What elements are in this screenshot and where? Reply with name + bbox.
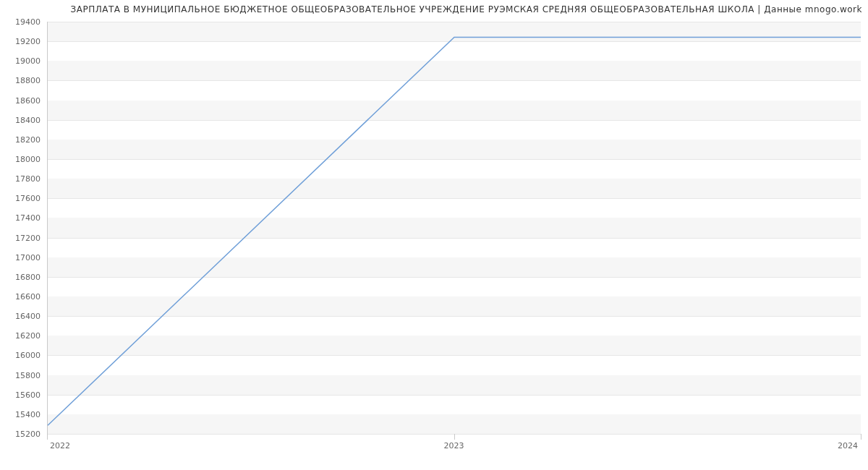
y-tick-label: 18400 xyxy=(15,115,41,124)
y-tick-label: 18200 xyxy=(15,134,41,144)
y-tick-label: 18000 xyxy=(15,155,41,164)
plot-area xyxy=(47,22,861,434)
y-tick-label: 16400 xyxy=(15,312,41,321)
y-tick-label: 15400 xyxy=(15,409,41,419)
x-axis-ticks: 202220232024 xyxy=(47,434,861,463)
x-tick-mark xyxy=(454,434,455,440)
x-tick-mark xyxy=(47,434,48,440)
y-tick-label: 16200 xyxy=(15,331,41,341)
y-tick-label: 19000 xyxy=(15,56,41,66)
y-tick-label: 18800 xyxy=(15,76,41,85)
y-tick-label: 17800 xyxy=(15,174,41,184)
y-tick-label: 17400 xyxy=(15,213,41,223)
line-series xyxy=(48,22,861,433)
y-tick-label: 17000 xyxy=(15,252,41,262)
x-tick-label: 2024 xyxy=(838,441,858,450)
y-tick-label: 16800 xyxy=(15,272,41,281)
chart-title: ЗАРПЛАТА В МУНИЦИПАЛЬНОЕ БЮДЖЕТНОЕ ОБЩЕО… xyxy=(0,4,862,14)
x-tick-label: 2023 xyxy=(444,441,464,450)
y-tick-label: 15600 xyxy=(15,390,41,399)
x-tick-mark xyxy=(861,434,861,440)
salary-line-chart: ЗАРПЛАТА В МУНИЦИПАЛЬНОЕ БЮДЖЕТНОЕ ОБЩЕО… xyxy=(0,0,868,470)
y-tick-label: 19200 xyxy=(15,37,41,46)
y-tick-label: 16600 xyxy=(15,292,41,302)
y-tick-label: 15200 xyxy=(15,430,41,439)
x-tick-label: 2022 xyxy=(50,441,70,450)
y-axis-ticks: 1520015400156001580016000162001640016600… xyxy=(0,22,43,434)
y-tick-label: 16000 xyxy=(15,351,41,360)
series-line xyxy=(48,37,861,425)
y-tick-label: 19400 xyxy=(15,17,41,27)
y-tick-label: 17200 xyxy=(15,233,41,242)
y-tick-label: 17600 xyxy=(15,194,41,203)
y-tick-label: 18600 xyxy=(15,95,41,105)
y-tick-label: 15800 xyxy=(15,370,41,380)
